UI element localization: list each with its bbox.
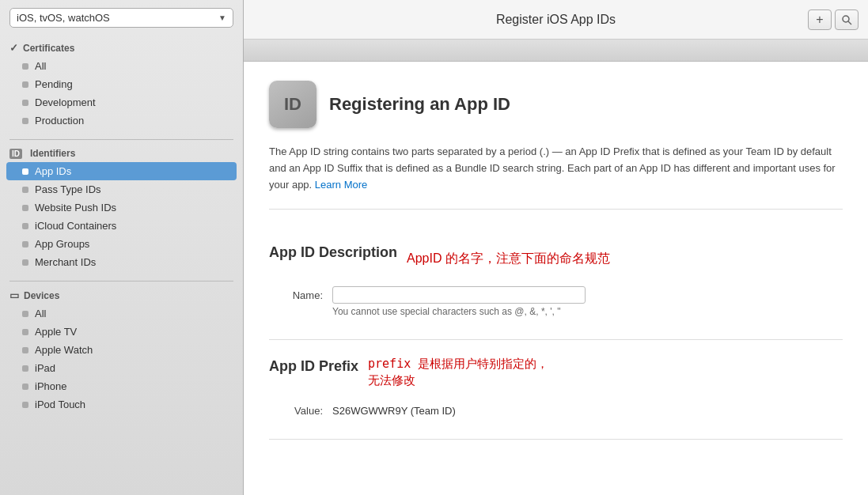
sidebar-item-label: App Groups	[35, 238, 89, 250]
devices-header: ▭ Devices	[0, 286, 243, 304]
app-id-prefix-section: App ID Prefix prefix 是根据用户特别指定的， 无法修改 Va…	[269, 340, 843, 440]
header-buttons: +	[808, 9, 859, 30]
annotation-app-id-name: AppID 的名字，注意下面的命名规范	[407, 251, 610, 267]
sidebar-item-label: iPod Touch	[35, 399, 85, 410]
sidebar-item-label: Website Push IDs	[35, 202, 116, 213]
bullet-icon	[22, 365, 28, 372]
sidebar-item-pass-type-ids[interactable]: Pass Type IDs	[0, 180, 243, 198]
sidebar-item-ipad[interactable]: iPad	[0, 359, 243, 377]
sidebar-item-label: Development	[35, 96, 96, 108]
name-input[interactable]	[332, 286, 586, 304]
app-id-header: ID Registering an App ID	[269, 81, 843, 128]
annotation-prefix: prefix 是根据用户特别指定的， 无法修改	[368, 356, 548, 389]
identifiers-label: Identifiers	[30, 148, 75, 159]
devices-label: Devices	[24, 290, 59, 301]
section-title-app-id-prefix: App ID Prefix	[269, 358, 358, 375]
name-label: Name:	[269, 286, 332, 301]
sidebar-item-apple-watch[interactable]: Apple Watch	[0, 341, 243, 359]
bullet-icon	[22, 223, 28, 229]
certificates-icon: ✓	[9, 42, 18, 54]
certificates-section: ✓ Certificates All Pending Development P…	[0, 39, 243, 130]
svg-line-1	[848, 21, 851, 25]
sidebar-item-website-push-ids[interactable]: Website Push IDs	[0, 198, 243, 217]
add-button[interactable]: +	[808, 9, 832, 30]
identifiers-section: ID Identifiers App IDs Pass Type IDs Web…	[0, 145, 243, 271]
sidebar-item-merchant-ids[interactable]: Merchant IDs	[0, 253, 243, 271]
main-header: Register iOS App IDs +	[244, 0, 868, 40]
main-content: Register iOS App IDs + ID Registering an…	[244, 0, 868, 495]
content-area: ID Registering an App ID The App ID stri…	[244, 62, 868, 495]
certificates-header: ✓ Certificates	[0, 39, 243, 57]
toolbar-strip	[244, 40, 868, 62]
sidebar-item-iphone[interactable]: iPhone	[0, 377, 243, 395]
bullet-icon	[22, 241, 28, 248]
sidebar-item-label: All	[35, 60, 46, 72]
bullet-icon	[22, 187, 28, 193]
sidebar-item-app-groups[interactable]: App Groups	[0, 235, 243, 253]
bullet-icon	[22, 384, 28, 390]
sidebar-item-label: All	[35, 308, 46, 319]
bullet-icon	[22, 402, 28, 408]
bullet-icon	[22, 259, 28, 266]
sidebar-item-label: iPad	[35, 362, 55, 374]
divider-1	[9, 139, 233, 140]
divider-2	[9, 281, 233, 282]
bullet-icon	[22, 81, 28, 88]
app-id-title: Registering an App ID	[329, 94, 510, 115]
search-icon	[841, 14, 852, 25]
identifiers-header: ID Identifiers	[0, 145, 243, 162]
bullet-icon	[22, 311, 28, 317]
sidebar-item-icloud-containers[interactable]: iCloud Containers	[0, 217, 243, 235]
devices-icon: ▭	[9, 289, 19, 301]
sidebar-item-label: iCloud Containers	[35, 220, 116, 232]
value-field-row: Value: S26WGWWR9Y (Team ID)	[269, 402, 843, 417]
section-title-app-id-description: App ID Description	[269, 244, 397, 261]
platform-dropdown[interactable]: iOS, tvOS, watchOS macOS ▼	[9, 8, 233, 28]
sidebar-item-label: App IDs	[35, 165, 71, 177]
svg-point-0	[843, 16, 849, 22]
sidebar-item-ipod-touch[interactable]: iPod Touch	[0, 395, 243, 414]
description-text: The App ID string contains two parts sep…	[269, 144, 843, 210]
bullet-icon	[22, 347, 28, 353]
bullet-icon	[22, 118, 28, 124]
app-id-description-section: App ID Description AppID 的名字，注意下面的命名规范 N…	[269, 229, 843, 340]
page-title: Register iOS App IDs	[496, 13, 616, 27]
bullet-icon	[22, 205, 28, 211]
sidebar-item-label: iPhone	[35, 380, 66, 392]
content-inner: ID Registering an App ID The App ID stri…	[244, 62, 868, 459]
dropdown-arrow-icon: ▼	[218, 13, 226, 22]
platform-select[interactable]: iOS, tvOS, watchOS macOS	[17, 12, 215, 24]
bullet-icon	[22, 329, 28, 335]
search-button[interactable]	[835, 9, 859, 30]
value-label: Value:	[269, 402, 332, 417]
bullet-icon	[22, 168, 28, 175]
learn-more-link[interactable]: Learn More	[315, 179, 367, 191]
sidebar: iOS, tvOS, watchOS macOS ▼ ✓ Certificate…	[0, 0, 244, 495]
sidebar-item-all-devices[interactable]: All	[0, 304, 243, 323]
sidebar-item-pending[interactable]: Pending	[0, 75, 243, 93]
sidebar-item-label: Production	[35, 115, 84, 127]
name-field-row: Name: You cannot use special characters …	[269, 286, 843, 317]
name-hint: You cannot use special characters such a…	[332, 306, 586, 317]
app-id-icon: ID	[269, 81, 316, 128]
bullet-icon	[22, 63, 28, 70]
sidebar-item-all-certs[interactable]: All	[0, 57, 243, 75]
name-field-group: You cannot use special characters such a…	[332, 286, 586, 317]
prefix-value: S26WGWWR9Y (Team ID)	[332, 402, 456, 417]
certificates-label: Certificates	[23, 43, 74, 54]
sidebar-item-label: Apple Watch	[35, 344, 93, 356]
sidebar-item-label: Pass Type IDs	[35, 183, 101, 195]
sidebar-item-app-ids[interactable]: App IDs	[6, 162, 237, 180]
devices-section: ▭ Devices All Apple TV Apple Watch iPad …	[0, 286, 243, 414]
sidebar-item-label: Apple TV	[35, 326, 77, 338]
identifiers-icon: ID	[9, 149, 22, 159]
sidebar-item-label: Pending	[35, 78, 73, 90]
sidebar-item-production[interactable]: Production	[0, 111, 243, 130]
bullet-icon	[22, 100, 28, 106]
sidebar-item-apple-tv[interactable]: Apple TV	[0, 323, 243, 341]
sidebar-item-development[interactable]: Development	[0, 93, 243, 111]
sidebar-item-label: Merchant IDs	[35, 256, 96, 268]
